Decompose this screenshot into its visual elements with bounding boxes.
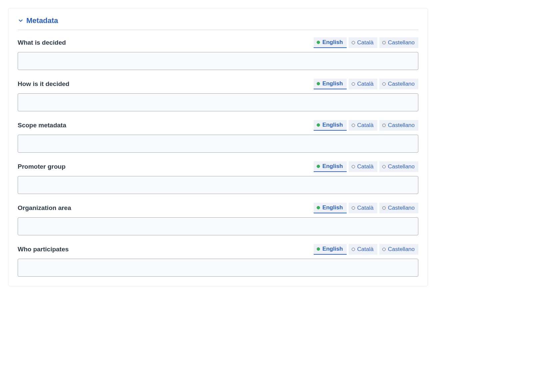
- metadata-section-toggle[interactable]: Metadata: [18, 16, 418, 30]
- field-label: How is it decided: [18, 80, 69, 88]
- lang-tab-english[interactable]: English: [314, 244, 346, 255]
- promoter_group-input[interactable]: [18, 176, 418, 194]
- lang-tab-castellano[interactable]: Castellano: [379, 161, 418, 172]
- field-header: What is decidedEnglishCatalàCastellano: [18, 37, 418, 48]
- lang-tab-english[interactable]: English: [314, 203, 346, 213]
- field-promoter_group: Promoter groupEnglishCatalàCastellano: [18, 161, 418, 194]
- scope_metadata-input[interactable]: [18, 135, 418, 153]
- lang-tab-english[interactable]: English: [314, 120, 346, 131]
- status-dot-filled-icon: [317, 206, 320, 209]
- field-label: Who participates: [18, 246, 69, 253]
- status-dot-empty-icon: [352, 124, 355, 127]
- status-dot-empty-icon: [352, 41, 355, 44]
- language-tabs: EnglishCatalàCastellano: [314, 244, 418, 255]
- field-header: Scope metadataEnglishCatalàCastellano: [18, 120, 418, 131]
- lang-tab-label: Castellano: [388, 81, 415, 87]
- fields-container: What is decidedEnglishCatalàCastellanoHo…: [18, 37, 418, 277]
- status-dot-filled-icon: [317, 123, 320, 127]
- lang-tab-català[interactable]: Català: [349, 203, 377, 213]
- metadata-card: Metadata What is decidedEnglishCatalàCas…: [8, 8, 428, 286]
- status-dot-empty-icon: [352, 82, 355, 86]
- lang-tab-castellano[interactable]: Castellano: [379, 244, 418, 255]
- lang-tab-català[interactable]: Català: [349, 37, 377, 48]
- lang-tab-label: Castellano: [388, 39, 415, 46]
- status-dot-filled-icon: [317, 165, 320, 168]
- field-header: How is it decidedEnglishCatalàCastellano: [18, 79, 418, 89]
- lang-tab-label: Castellano: [388, 205, 415, 211]
- chevron-down-icon: [18, 18, 24, 24]
- language-tabs: EnglishCatalàCastellano: [314, 79, 418, 89]
- status-dot-empty-icon: [352, 206, 355, 210]
- lang-tab-català[interactable]: Català: [349, 161, 377, 172]
- language-tabs: EnglishCatalàCastellano: [314, 120, 418, 131]
- lang-tab-castellano[interactable]: Castellano: [379, 203, 418, 213]
- field-how_is_it_decided: How is it decidedEnglishCatalàCastellano: [18, 79, 418, 111]
- lang-tab-label: English: [322, 39, 343, 46]
- lang-tab-label: Català: [357, 122, 374, 129]
- lang-tab-english[interactable]: English: [314, 37, 346, 48]
- lang-tab-label: Català: [357, 81, 374, 87]
- lang-tab-label: Català: [357, 246, 374, 253]
- lang-tab-castellano[interactable]: Castellano: [379, 120, 418, 131]
- status-dot-empty-icon: [382, 41, 386, 44]
- what_is_decided-input[interactable]: [18, 52, 418, 70]
- status-dot-empty-icon: [382, 206, 386, 210]
- field-what_is_decided: What is decidedEnglishCatalàCastellano: [18, 37, 418, 70]
- status-dot-empty-icon: [382, 248, 386, 251]
- field-header: Promoter groupEnglishCatalàCastellano: [18, 161, 418, 172]
- how_is_it_decided-input[interactable]: [18, 93, 418, 111]
- lang-tab-label: Català: [357, 205, 374, 211]
- lang-tab-català[interactable]: Català: [349, 120, 377, 131]
- field-header: Organization areaEnglishCatalàCastellano: [18, 203, 418, 213]
- lang-tab-english[interactable]: English: [314, 161, 346, 172]
- who_participates-input[interactable]: [18, 259, 418, 277]
- field-label: What is decided: [18, 39, 66, 46]
- lang-tab-label: English: [322, 163, 343, 170]
- field-header: Who participatesEnglishCatalàCastellano: [18, 244, 418, 255]
- lang-tab-label: Castellano: [388, 163, 415, 170]
- status-dot-filled-icon: [317, 247, 320, 251]
- lang-tab-castellano[interactable]: Castellano: [379, 79, 418, 89]
- organization_area-input[interactable]: [18, 217, 418, 235]
- status-dot-empty-icon: [352, 248, 355, 251]
- lang-tab-label: English: [322, 246, 343, 252]
- lang-tab-català[interactable]: Català: [349, 244, 377, 255]
- field-label: Organization area: [18, 204, 71, 212]
- status-dot-empty-icon: [382, 124, 386, 127]
- lang-tab-label: English: [322, 80, 343, 87]
- field-label: Promoter group: [18, 163, 66, 170]
- lang-tab-label: Català: [357, 163, 374, 170]
- status-dot-filled-icon: [317, 82, 320, 85]
- section-title: Metadata: [26, 16, 58, 25]
- lang-tab-label: Castellano: [388, 246, 415, 253]
- language-tabs: EnglishCatalàCastellano: [314, 203, 418, 213]
- field-scope_metadata: Scope metadataEnglishCatalàCastellano: [18, 120, 418, 153]
- lang-tab-label: English: [322, 204, 343, 211]
- language-tabs: EnglishCatalàCastellano: [314, 161, 418, 172]
- lang-tab-català[interactable]: Català: [349, 79, 377, 89]
- field-label: Scope metadata: [18, 122, 66, 129]
- field-organization_area: Organization areaEnglishCatalàCastellano: [18, 203, 418, 235]
- field-who_participates: Who participatesEnglishCatalàCastellano: [18, 244, 418, 277]
- status-dot-empty-icon: [382, 165, 386, 168]
- language-tabs: EnglishCatalàCastellano: [314, 37, 418, 48]
- status-dot-empty-icon: [382, 82, 386, 86]
- lang-tab-label: Català: [357, 39, 374, 46]
- lang-tab-english[interactable]: English: [314, 79, 346, 89]
- status-dot-filled-icon: [317, 41, 320, 44]
- lang-tab-label: English: [322, 122, 343, 128]
- lang-tab-label: Castellano: [388, 122, 415, 129]
- lang-tab-castellano[interactable]: Castellano: [379, 37, 418, 48]
- status-dot-empty-icon: [352, 165, 355, 168]
